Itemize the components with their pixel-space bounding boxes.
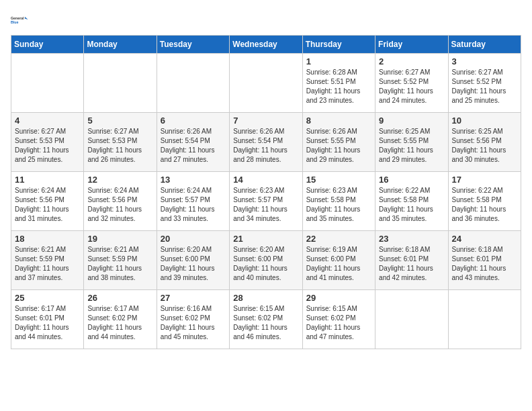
- day-info: Sunrise: 6:28 AM Sunset: 5:51 PM Dayligh…: [306, 68, 371, 105]
- day-number: 14: [233, 175, 298, 185]
- day-info: Sunrise: 6:23 AM Sunset: 5:58 PM Dayligh…: [306, 186, 371, 224]
- calendar-cell: [375, 290, 448, 349]
- calendar-cell: 4Sunrise: 6:27 AM Sunset: 5:53 PM Daylig…: [11, 113, 84, 172]
- day-number: 1: [306, 56, 371, 66]
- col-wednesday: Wednesday: [230, 36, 302, 54]
- calendar-cell: 20Sunrise: 6:20 AM Sunset: 6:00 PM Dayli…: [157, 231, 229, 290]
- day-number: 6: [161, 116, 226, 126]
- calendar-week-1: 1Sunrise: 6:28 AM Sunset: 5:51 PM Daylig…: [11, 54, 521, 113]
- day-number: 25: [15, 293, 80, 303]
- day-number: 22: [306, 234, 371, 244]
- day-info: Sunrise: 6:27 AM Sunset: 5:53 PM Dayligh…: [15, 127, 80, 165]
- day-number: 26: [87, 293, 152, 303]
- calendar-cell: 17Sunrise: 6:22 AM Sunset: 5:58 PM Dayli…: [448, 172, 521, 231]
- calendar-cell: 8Sunrise: 6:26 AM Sunset: 5:55 PM Daylig…: [302, 113, 375, 172]
- calendar-cell: 22Sunrise: 6:19 AM Sunset: 6:00 PM Dayli…: [302, 231, 375, 290]
- logo: GeneralBlue: [11, 11, 30, 30]
- calendar-cell: 24Sunrise: 6:18 AM Sunset: 6:01 PM Dayli…: [448, 231, 521, 290]
- logo-icon: GeneralBlue: [11, 11, 30, 30]
- day-info: Sunrise: 6:22 AM Sunset: 5:58 PM Dayligh…: [452, 186, 517, 224]
- day-info: Sunrise: 6:21 AM Sunset: 5:59 PM Dayligh…: [15, 245, 80, 283]
- day-info: Sunrise: 6:26 AM Sunset: 5:55 PM Dayligh…: [306, 127, 371, 165]
- calendar-cell: 15Sunrise: 6:23 AM Sunset: 5:58 PM Dayli…: [302, 172, 375, 231]
- calendar-cell: [230, 54, 302, 113]
- calendar-cell: 3Sunrise: 6:27 AM Sunset: 5:52 PM Daylig…: [448, 54, 521, 113]
- day-number: 13: [161, 175, 226, 185]
- day-number: 23: [379, 234, 444, 244]
- col-monday: Monday: [84, 36, 157, 54]
- calendar-cell: 26Sunrise: 6:17 AM Sunset: 6:02 PM Dayli…: [84, 290, 157, 349]
- calendar-cell: [84, 54, 157, 113]
- day-number: 7: [233, 116, 298, 126]
- calendar-cell: 11Sunrise: 6:24 AM Sunset: 5:56 PM Dayli…: [11, 172, 84, 231]
- calendar-cell: [11, 54, 84, 113]
- day-info: Sunrise: 6:25 AM Sunset: 5:56 PM Dayligh…: [452, 127, 517, 165]
- calendar-cell: 9Sunrise: 6:25 AM Sunset: 5:55 PM Daylig…: [375, 113, 448, 172]
- svg-marker-2: [25, 17, 28, 19]
- col-thursday: Thursday: [302, 36, 375, 54]
- svg-text:General: General: [11, 16, 24, 20]
- calendar-table: Sunday Monday Tuesday Wednesday Thursday…: [11, 35, 521, 349]
- calendar-cell: 27Sunrise: 6:16 AM Sunset: 6:02 PM Dayli…: [157, 290, 229, 349]
- day-info: Sunrise: 6:26 AM Sunset: 5:54 PM Dayligh…: [233, 127, 298, 165]
- calendar-cell: 7Sunrise: 6:26 AM Sunset: 5:54 PM Daylig…: [230, 113, 302, 172]
- day-info: Sunrise: 6:20 AM Sunset: 6:00 PM Dayligh…: [161, 245, 226, 283]
- col-sunday: Sunday: [11, 36, 84, 54]
- day-number: 29: [306, 293, 371, 303]
- day-number: 12: [87, 175, 152, 185]
- day-info: Sunrise: 6:15 AM Sunset: 6:02 PM Dayligh…: [233, 304, 298, 342]
- day-info: Sunrise: 6:25 AM Sunset: 5:55 PM Dayligh…: [379, 127, 444, 165]
- day-info: Sunrise: 6:16 AM Sunset: 6:02 PM Dayligh…: [161, 304, 226, 342]
- day-info: Sunrise: 6:26 AM Sunset: 5:54 PM Dayligh…: [161, 127, 226, 165]
- day-number: 17: [452, 175, 517, 185]
- day-number: 8: [306, 116, 371, 126]
- col-tuesday: Tuesday: [157, 36, 229, 54]
- day-info: Sunrise: 6:27 AM Sunset: 5:53 PM Dayligh…: [87, 127, 152, 165]
- calendar-cell: 12Sunrise: 6:24 AM Sunset: 5:56 PM Dayli…: [84, 172, 157, 231]
- calendar-cell: 29Sunrise: 6:15 AM Sunset: 6:02 PM Dayli…: [302, 290, 375, 349]
- day-info: Sunrise: 6:23 AM Sunset: 5:57 PM Dayligh…: [233, 186, 298, 224]
- calendar-cell: 13Sunrise: 6:24 AM Sunset: 5:57 PM Dayli…: [157, 172, 229, 231]
- calendar-cell: 28Sunrise: 6:15 AM Sunset: 6:02 PM Dayli…: [230, 290, 302, 349]
- header-row: Sunday Monday Tuesday Wednesday Thursday…: [11, 36, 521, 54]
- day-info: Sunrise: 6:24 AM Sunset: 5:56 PM Dayligh…: [15, 186, 80, 224]
- day-info: Sunrise: 6:21 AM Sunset: 5:59 PM Dayligh…: [87, 245, 152, 283]
- day-info: Sunrise: 6:19 AM Sunset: 6:00 PM Dayligh…: [306, 245, 371, 283]
- calendar-cell: [157, 54, 229, 113]
- day-number: 18: [15, 234, 80, 244]
- svg-text:Blue: Blue: [11, 20, 18, 24]
- day-info: Sunrise: 6:20 AM Sunset: 6:00 PM Dayligh…: [233, 245, 298, 283]
- calendar-cell: 6Sunrise: 6:26 AM Sunset: 5:54 PM Daylig…: [157, 113, 229, 172]
- calendar-cell: 25Sunrise: 6:17 AM Sunset: 6:01 PM Dayli…: [11, 290, 84, 349]
- calendar-week-2: 4Sunrise: 6:27 AM Sunset: 5:53 PM Daylig…: [11, 113, 521, 172]
- day-info: Sunrise: 6:22 AM Sunset: 5:58 PM Dayligh…: [379, 186, 444, 224]
- calendar-cell: 2Sunrise: 6:27 AM Sunset: 5:52 PM Daylig…: [375, 54, 448, 113]
- day-number: 5: [87, 116, 152, 126]
- day-number: 16: [379, 175, 444, 185]
- calendar-header: Sunday Monday Tuesday Wednesday Thursday…: [11, 36, 521, 54]
- col-friday: Friday: [375, 36, 448, 54]
- calendar-week-3: 11Sunrise: 6:24 AM Sunset: 5:56 PM Dayli…: [11, 172, 521, 231]
- day-number: 28: [233, 293, 298, 303]
- day-number: 24: [452, 234, 517, 244]
- calendar-cell: [448, 290, 521, 349]
- day-info: Sunrise: 6:27 AM Sunset: 5:52 PM Dayligh…: [452, 68, 517, 105]
- calendar-cell: 18Sunrise: 6:21 AM Sunset: 5:59 PM Dayli…: [11, 231, 84, 290]
- calendar-cell: 19Sunrise: 6:21 AM Sunset: 5:59 PM Dayli…: [84, 231, 157, 290]
- calendar-cell: 10Sunrise: 6:25 AM Sunset: 5:56 PM Dayli…: [448, 113, 521, 172]
- calendar-week-4: 18Sunrise: 6:21 AM Sunset: 5:59 PM Dayli…: [11, 231, 521, 290]
- calendar-cell: 21Sunrise: 6:20 AM Sunset: 6:00 PM Dayli…: [230, 231, 302, 290]
- page-header: GeneralBlue: [11, 11, 521, 30]
- day-number: 20: [161, 234, 226, 244]
- day-info: Sunrise: 6:17 AM Sunset: 6:01 PM Dayligh…: [15, 304, 80, 342]
- calendar-cell: 14Sunrise: 6:23 AM Sunset: 5:57 PM Dayli…: [230, 172, 302, 231]
- calendar-cell: 23Sunrise: 6:18 AM Sunset: 6:01 PM Dayli…: [375, 231, 448, 290]
- calendar-week-5: 25Sunrise: 6:17 AM Sunset: 6:01 PM Dayli…: [11, 290, 521, 349]
- calendar-cell: 16Sunrise: 6:22 AM Sunset: 5:58 PM Dayli…: [375, 172, 448, 231]
- day-number: 21: [233, 234, 298, 244]
- day-info: Sunrise: 6:24 AM Sunset: 5:57 PM Dayligh…: [161, 186, 226, 224]
- day-number: 9: [379, 116, 444, 126]
- day-info: Sunrise: 6:24 AM Sunset: 5:56 PM Dayligh…: [87, 186, 152, 224]
- day-info: Sunrise: 6:18 AM Sunset: 6:01 PM Dayligh…: [379, 245, 444, 283]
- calendar-cell: 1Sunrise: 6:28 AM Sunset: 5:51 PM Daylig…: [302, 54, 375, 113]
